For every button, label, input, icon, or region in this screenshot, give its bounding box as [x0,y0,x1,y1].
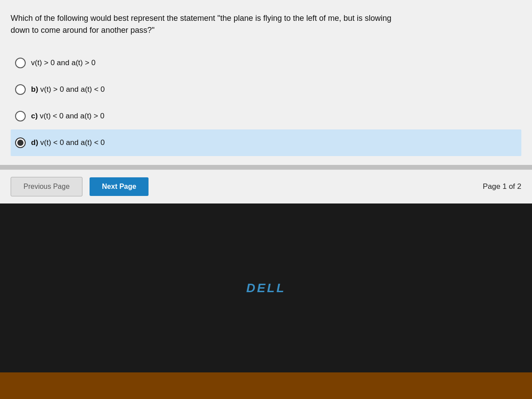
option-a[interactable]: v(t) > 0 and a(t) > 0 [11,50,521,76]
bottom-bar [0,372,532,399]
navigation-bar: Previous Page Next Page Page 1 of 2 [0,169,532,203]
dell-logo: DELL [246,281,286,295]
option-c[interactable]: c) v(t) < 0 and a(t) > 0 [11,103,521,129]
radio-d [15,137,26,148]
option-a-label: v(t) > 0 and a(t) > 0 [31,59,96,67]
page-info: Page 1 of 2 [483,182,521,191]
option-d[interactable]: d) v(t) < 0 and a(t) < 0 [11,129,521,156]
option-c-label: c) v(t) < 0 and a(t) > 0 [31,112,104,121]
radio-b [15,84,26,95]
taskbar: DELL [0,203,532,372]
option-d-label: d) v(t) < 0 and a(t) < 0 [31,138,105,147]
radio-c [15,111,26,121]
option-b[interactable]: b) v(t) > 0 and a(t) < 0 [11,76,521,103]
options-list: v(t) > 0 and a(t) > 0 b) v(t) > 0 and a(… [11,50,521,156]
previous-page-button[interactable]: Previous Page [11,177,82,196]
option-b-label: b) v(t) > 0 and a(t) < 0 [31,85,105,94]
radio-a [15,58,26,68]
question-text: Which of the following would best repres… [11,12,410,36]
next-page-button[interactable]: Next Page [90,177,149,196]
